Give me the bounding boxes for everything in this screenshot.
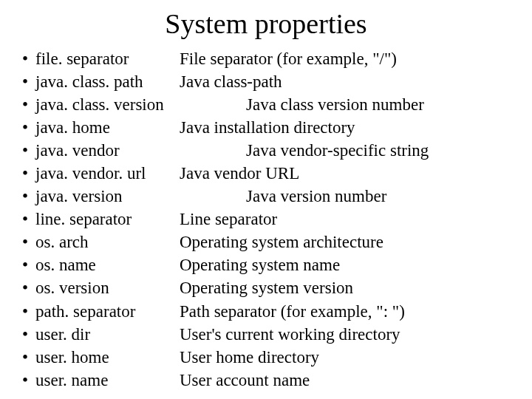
property-name: java. vendor <box>35 139 246 162</box>
property-name: user. home <box>35 346 180 369</box>
item-content: java. versionJava version number <box>35 185 517 208</box>
property-name: user. dir <box>35 323 180 346</box>
list-item: •os. nameOperating system name <box>15 253 517 276</box>
bullet-icon: • <box>15 47 35 70</box>
page-title: System properties <box>15 7 517 40</box>
bullet-icon: • <box>15 139 35 162</box>
property-name: java. class. version <box>35 93 246 116</box>
list-item: •java. versionJava version number <box>15 185 517 208</box>
item-content: line. separatorLine separator <box>35 208 517 231</box>
bullet-icon: • <box>15 185 35 208</box>
item-content: path. separatorPath separator (for examp… <box>35 300 517 323</box>
bullet-icon: • <box>15 346 35 369</box>
item-content: os. nameOperating system name <box>35 253 517 276</box>
list-item: •os. versionOperating system version <box>15 276 517 299</box>
bullet-icon: • <box>15 208 35 231</box>
item-content: java. class. pathJava class-path <box>35 70 517 93</box>
property-name: java. class. path <box>35 70 180 93</box>
bullet-icon: • <box>15 116 35 139</box>
list-item: •java. class. versionJava class version … <box>15 93 517 116</box>
property-description: User home directory <box>180 346 319 369</box>
bullet-icon: • <box>15 70 35 93</box>
item-content: user. nameUser account name <box>35 369 517 392</box>
list-item: •os. archOperating system architecture <box>15 231 517 253</box>
property-description: Java class version number <box>246 93 424 116</box>
property-description: Java vendor-specific string <box>246 139 429 162</box>
bullet-icon: • <box>15 300 35 323</box>
property-description: Java vendor URL <box>180 162 299 185</box>
property-name: file. separator <box>35 47 180 70</box>
bullet-icon: • <box>15 323 35 346</box>
list-item: •line. separatorLine separator <box>15 208 517 231</box>
property-name: os. version <box>35 276 180 299</box>
item-content: java. homeJava installation directory <box>35 116 517 139</box>
bullet-icon: • <box>15 231 35 253</box>
property-description: User's current working directory <box>180 323 400 346</box>
property-description: Java version number <box>246 185 386 208</box>
list-item: •file. separatorFile separator (for exam… <box>15 47 517 70</box>
list-item: •java. class. pathJava class-path <box>15 70 517 93</box>
list-item: •path. separatorPath separator (for exam… <box>15 300 517 323</box>
property-name: user. name <box>35 369 180 392</box>
property-name: java. version <box>35 185 246 208</box>
bullet-icon: • <box>15 93 35 116</box>
properties-list: •file. separatorFile separator (for exam… <box>15 47 517 392</box>
property-description: Operating system name <box>180 253 340 276</box>
property-description: Path separator (for example, ": ") <box>180 300 405 323</box>
item-content: java. vendorJava vendor-specific string <box>35 139 517 162</box>
property-description: File separator (for example, "/") <box>180 47 397 70</box>
property-description: Java installation directory <box>180 116 355 139</box>
property-name: os. arch <box>35 231 180 253</box>
item-content: os. archOperating system architecture <box>35 231 517 253</box>
property-description: Line separator <box>180 208 277 231</box>
item-content: user. dirUser's current working director… <box>35 323 517 346</box>
list-item: •user. homeUser home directory <box>15 346 517 369</box>
property-description: Operating system version <box>180 276 353 299</box>
bullet-icon: • <box>15 369 35 392</box>
list-item: •java. vendor. urlJava vendor URL <box>15 162 517 185</box>
slide: System properties •file. separatorFile s… <box>0 0 532 399</box>
property-name: path. separator <box>35 300 180 323</box>
list-item: •user. dirUser's current working directo… <box>15 323 517 346</box>
item-content: java. class. versionJava class version n… <box>35 93 517 116</box>
item-content: os. versionOperating system version <box>35 276 517 299</box>
property-description: Operating system architecture <box>180 231 383 253</box>
property-name: java. home <box>35 116 180 139</box>
bullet-icon: • <box>15 276 35 299</box>
list-item: •java. vendorJava vendor-specific string <box>15 139 517 162</box>
list-item: •java. homeJava installation directory <box>15 116 517 139</box>
property-name: os. name <box>35 253 180 276</box>
bullet-icon: • <box>15 253 35 276</box>
property-description: Java class-path <box>180 70 282 93</box>
item-content: file. separatorFile separator (for examp… <box>35 47 517 70</box>
bullet-icon: • <box>15 162 35 185</box>
list-item: •user. nameUser account name <box>15 369 517 392</box>
item-content: java. vendor. urlJava vendor URL <box>35 162 517 185</box>
property-description: User account name <box>180 369 310 392</box>
item-content: user. homeUser home directory <box>35 346 517 369</box>
property-name: line. separator <box>35 208 180 231</box>
property-name: java. vendor. url <box>35 162 180 185</box>
